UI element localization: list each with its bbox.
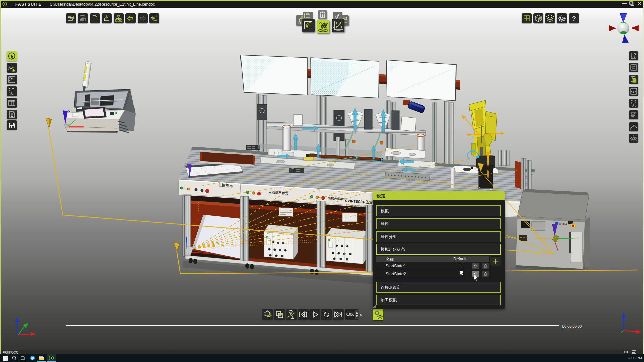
- svg-text:?: ?: [572, 15, 576, 22]
- svg-text:00:00:00:00: 00:00:00:00: [562, 324, 582, 328]
